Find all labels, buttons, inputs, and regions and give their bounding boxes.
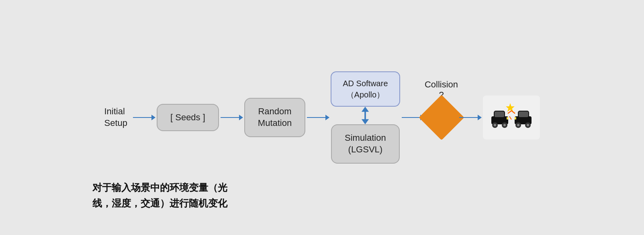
- chinese-note: 对于输入场景中的环境变量（光 线，湿度，交通）进行随机变化: [92, 180, 227, 211]
- svg-line-21: [511, 111, 515, 113]
- svg-point-17: [517, 124, 519, 126]
- initial-setup-label: Initial Setup: [104, 106, 128, 129]
- collision-icon-wrap: [483, 95, 540, 140]
- arrow-diamond-to-collision: [459, 117, 481, 118]
- svg-marker-2: [362, 120, 369, 125]
- svg-line-20: [508, 111, 511, 113]
- svg-rect-5: [495, 111, 504, 117]
- svg-line-22: [509, 116, 511, 120]
- arrow-seeds-to-mutation: [221, 117, 243, 118]
- svg-rect-1: [365, 111, 366, 120]
- chinese-note-line1: 对于输入场景中的环境变量（光: [92, 180, 227, 195]
- diamond-shape: [419, 95, 464, 140]
- seeds-box: [ Seeds ]: [157, 104, 219, 132]
- svg-point-9: [503, 124, 506, 126]
- chinese-note-line2: 线，湿度，交通）进行随机变化: [92, 196, 227, 211]
- ad-software-box: AD Software （Apollo）: [331, 71, 400, 107]
- svg-marker-0: [362, 107, 369, 112]
- svg-rect-18: [515, 117, 516, 120]
- collision-svg: [489, 99, 534, 136]
- flow-row: Initial Setup [ Seeds ] Random Mutation …: [104, 71, 540, 163]
- diamond-container: Collision ?: [425, 101, 458, 134]
- svg-point-15: [527, 124, 529, 126]
- sim-stack: AD Software （Apollo） Simulation (LGSVL): [331, 71, 400, 163]
- random-mutation-box: Random Mutation: [244, 98, 305, 137]
- diagram-container: Initial Setup [ Seeds ] Random Mutation …: [0, 0, 644, 235]
- svg-point-7: [494, 124, 496, 126]
- svg-marker-19: [506, 103, 515, 112]
- arrow-mutation-to-sim: [307, 117, 329, 118]
- svg-rect-13: [519, 111, 528, 117]
- simulation-box: Simulation (LGSVL): [331, 124, 400, 163]
- svg-rect-10: [507, 117, 508, 120]
- vertical-double-arrow: [360, 107, 371, 124]
- arrow-setup-to-seeds: [133, 117, 155, 118]
